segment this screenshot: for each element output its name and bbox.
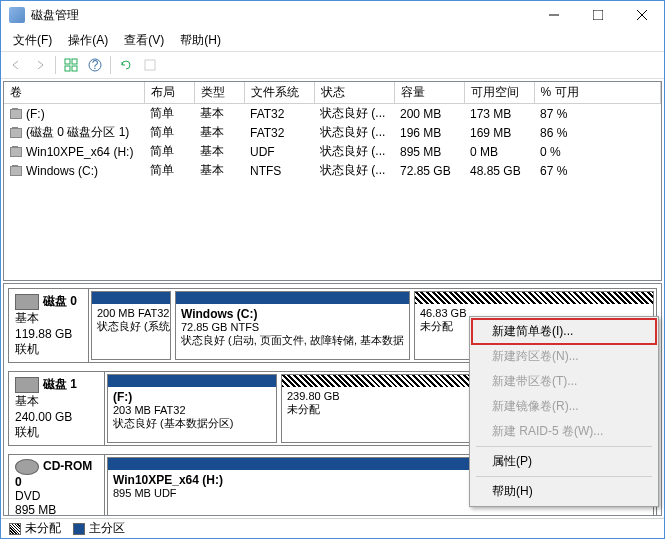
legend-primary-label: 主分区 xyxy=(89,520,125,537)
volume-row[interactable]: Win10XPE_x64 (H:)简单基本UDF状态良好 (...895 MB0… xyxy=(4,142,661,161)
app-icon xyxy=(9,7,25,23)
disk-management-window: 磁盘管理 文件(F) 操作(A) 查看(V) 帮助(H) ? 卷 布局 类型 xyxy=(0,0,665,539)
disk-label[interactable]: CD-ROM 0 DVD 895 MB xyxy=(9,455,105,516)
menu-help[interactable]: 帮助(H) xyxy=(172,30,229,51)
legend-unalloc-icon xyxy=(9,523,21,535)
svg-rect-7 xyxy=(72,66,77,71)
maximize-button[interactable] xyxy=(576,1,620,29)
cm-properties[interactable]: 属性(P) xyxy=(472,449,656,474)
col-pct[interactable]: % 可用 xyxy=(534,82,661,104)
toolbar: ? xyxy=(1,51,664,79)
back-button[interactable] xyxy=(5,54,27,76)
disk-label[interactable]: 磁盘 1 基本 240.00 GB 联机 xyxy=(9,372,105,445)
volume-list-pane[interactable]: 卷 布局 类型 文件系统 状态 容量 可用空间 % 可用 (F:)简单基本FAT… xyxy=(3,81,662,281)
disk-icon xyxy=(15,377,39,393)
separator xyxy=(110,56,111,74)
titlebar: 磁盘管理 xyxy=(1,1,664,29)
col-layout[interactable]: 布局 xyxy=(144,82,194,104)
cm-new-spanned-volume: 新建跨区卷(N)... xyxy=(472,344,656,369)
volume-row[interactable]: (F:)简单基本FAT32状态良好 (...200 MB173 MB87 % xyxy=(4,104,661,124)
volume-icon xyxy=(10,166,22,176)
volume-grid: 卷 布局 类型 文件系统 状态 容量 可用空间 % 可用 (F:)简单基本FAT… xyxy=(4,82,661,180)
volume-row[interactable]: Windows (C:)简单基本NTFS状态良好 (...72.85 GB48.… xyxy=(4,161,661,180)
window-buttons xyxy=(532,1,664,29)
rescan-button[interactable] xyxy=(115,54,137,76)
svg-rect-6 xyxy=(65,66,70,71)
disk-label[interactable]: 磁盘 0 基本 119.88 GB 联机 xyxy=(9,289,89,362)
disk-icon xyxy=(15,294,39,310)
volume-icon xyxy=(10,109,22,119)
svg-rect-4 xyxy=(65,59,70,64)
partition[interactable]: Windows (C:)72.85 GB NTFS状态良好 (启动, 页面文件,… xyxy=(175,291,410,360)
col-type[interactable]: 类型 xyxy=(194,82,244,104)
legend: 未分配 主分区 xyxy=(1,518,664,538)
cm-new-striped-volume: 新建带区卷(T)... xyxy=(472,369,656,394)
menu-view[interactable]: 查看(V) xyxy=(116,30,172,51)
legend-primary-icon xyxy=(73,523,85,535)
cm-new-simple-volume[interactable]: 新建简单卷(I)... xyxy=(472,319,656,344)
cm-new-raid5-volume: 新建 RAID-5 卷(W)... xyxy=(472,419,656,444)
context-menu: 新建简单卷(I)... 新建跨区卷(N)... 新建带区卷(T)... 新建镜像… xyxy=(469,316,659,507)
cm-separator xyxy=(476,446,652,447)
col-free[interactable]: 可用空间 xyxy=(464,82,534,104)
svg-rect-5 xyxy=(72,59,77,64)
col-volume[interactable]: 卷 xyxy=(4,82,144,104)
help-button[interactable]: ? xyxy=(84,54,106,76)
col-capacity[interactable]: 容量 xyxy=(394,82,464,104)
svg-rect-1 xyxy=(593,10,603,20)
refresh-button[interactable] xyxy=(60,54,82,76)
cm-new-mirrored-volume: 新建镜像卷(R)... xyxy=(472,394,656,419)
svg-text:?: ? xyxy=(92,58,99,72)
svg-rect-10 xyxy=(145,60,155,70)
forward-button[interactable] xyxy=(29,54,51,76)
menubar: 文件(F) 操作(A) 查看(V) 帮助(H) xyxy=(1,29,664,51)
cm-separator xyxy=(476,476,652,477)
menu-action[interactable]: 操作(A) xyxy=(60,30,116,51)
window-title: 磁盘管理 xyxy=(31,7,532,24)
separator xyxy=(55,56,56,74)
settings-button[interactable] xyxy=(139,54,161,76)
minimize-button[interactable] xyxy=(532,1,576,29)
cm-help[interactable]: 帮助(H) xyxy=(472,479,656,504)
close-button[interactable] xyxy=(620,1,664,29)
partition[interactable]: 200 MB FAT32状态良好 (系统, 基本 xyxy=(91,291,171,360)
col-fs[interactable]: 文件系统 xyxy=(244,82,314,104)
cdrom-icon xyxy=(15,459,39,475)
col-status[interactable]: 状态 xyxy=(314,82,394,104)
volume-row[interactable]: (磁盘 0 磁盘分区 1)简单基本FAT32状态良好 (...196 MB169… xyxy=(4,123,661,142)
legend-unalloc-label: 未分配 xyxy=(25,520,61,537)
partition[interactable]: (F:)203 MB FAT32状态良好 (基本数据分区) xyxy=(107,374,277,443)
volume-icon xyxy=(10,147,22,157)
volume-icon xyxy=(10,128,22,138)
menu-file[interactable]: 文件(F) xyxy=(5,30,60,51)
